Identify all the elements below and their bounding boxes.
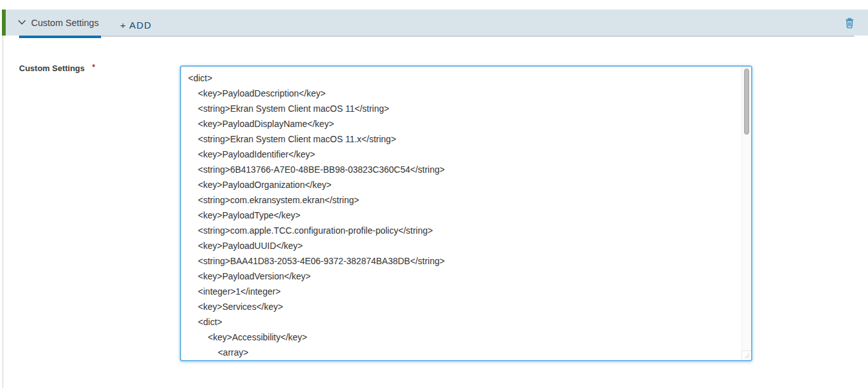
xml-plist-content[interactable]: <dict> <key>PayloadDescription</key> <st…	[181, 67, 751, 360]
add-button[interactable]: + ADD	[118, 10, 154, 36]
field-label-text: Custom Settings	[19, 64, 85, 73]
custom-settings-field-label: Custom Settings *	[19, 64, 95, 73]
active-tab-underline	[19, 36, 101, 38]
trash-icon[interactable]	[844, 17, 855, 29]
tab-bar-divider	[101, 36, 854, 37]
panel-left-border	[3, 10, 3, 388]
required-asterisk: *	[92, 63, 95, 72]
custom-settings-payload-panel: Custom Settings + ADD Custom Settings * …	[0, 0, 868, 388]
editor-scrollbar-track[interactable]	[742, 67, 751, 351]
tab-label: Custom Settings	[31, 18, 98, 28]
tab-bar: Custom Settings + ADD	[6, 10, 868, 36]
chevron-down-icon	[18, 20, 26, 25]
editor-scrollbar-thumb[interactable]	[744, 69, 749, 135]
tab-custom-settings[interactable]: Custom Settings	[18, 10, 98, 36]
resize-grip-icon[interactable]	[742, 351, 751, 360]
custom-settings-editor[interactable]: <dict> <key>PayloadDescription</key> <st…	[180, 65, 752, 361]
